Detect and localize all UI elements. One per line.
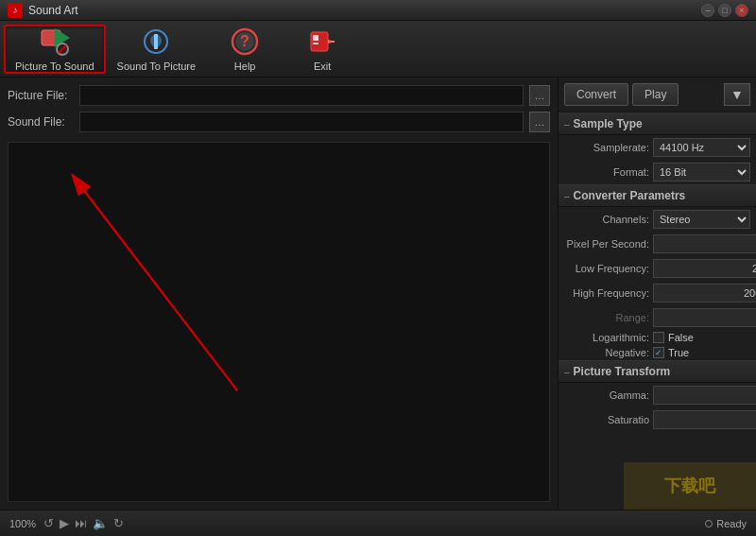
picture-to-sound-label: Picture To Sound [15, 61, 94, 72]
svg-rect-10 [313, 35, 318, 41]
negative-checkbox[interactable] [653, 347, 664, 358]
sound-to-picture-label: Sound To Picture [117, 61, 197, 72]
sample-type-collapse[interactable]: – [564, 119, 570, 130]
high-freq-label: High Frequency: [564, 287, 649, 299]
right-panel: Convert Play ▼ – Sample Type Samplerate:… [558, 78, 756, 510]
zoom-level: 100% [9, 518, 36, 529]
saturation-input[interactable] [653, 410, 756, 429]
low-freq-row: Low Frequency: ▲ ▼ [558, 256, 756, 281]
svg-line-3 [59, 45, 66, 53]
play-button[interactable]: Play [632, 83, 679, 106]
left-panel: Picture File: … Sound File: … [0, 78, 558, 510]
main-content: Picture File: … Sound File: … [0, 78, 756, 510]
close-button[interactable]: × [735, 4, 748, 17]
sound-file-label: Sound File: [8, 115, 74, 129]
sound-file-row: Sound File: … [8, 112, 550, 132]
arrow-annotation-svg [9, 143, 549, 501]
pps-row: Pixel Per Second: ▲ ▼ [558, 232, 756, 256]
sound-file-browse[interactable]: … [529, 112, 550, 132]
app-icon: ♪ [8, 3, 23, 18]
play-icon[interactable]: ▶ [60, 516, 69, 530]
picture-file-browse[interactable]: … [529, 85, 550, 106]
toolbar-help[interactable]: ? Help [207, 25, 283, 74]
preview-area [8, 142, 550, 502]
channels-select[interactable]: Stereo Mono [653, 210, 750, 229]
low-freq-label: Low Frequency: [564, 263, 649, 274]
picture-file-input[interactable] [79, 85, 524, 106]
minimize-button[interactable]: – [701, 4, 714, 17]
title-text: Sound Art [28, 4, 701, 17]
converter-params-section-header: – Converter Parametrs [558, 184, 756, 207]
toolbar-picture-to-sound[interactable]: Picture To Sound [4, 25, 106, 74]
svg-rect-13 [330, 41, 335, 43]
svg-line-15 [72, 175, 237, 390]
gamma-input[interactable] [653, 386, 756, 405]
sound-to-picture-icon [141, 26, 171, 57]
high-freq-control: ▲ ▼ [653, 284, 756, 303]
format-label: Format: [564, 166, 649, 178]
converter-params-title: Converter Parametrs [574, 189, 686, 202]
pps-input[interactable] [653, 234, 756, 253]
format-select[interactable]: 16 Bit 8 Bit 32 Bit [653, 163, 750, 182]
range-control: ▲ ▼ [653, 308, 756, 327]
channels-control: Stereo Mono [653, 210, 750, 229]
saturation-row: Saturatio ▲ ▼ [558, 407, 756, 432]
sound-file-input[interactable] [79, 112, 524, 132]
gamma-control: ▲ ▼ [653, 386, 756, 405]
help-icon: ? [230, 26, 260, 57]
svg-rect-11 [313, 43, 318, 44]
exit-label: Exit [314, 61, 331, 72]
skip-icon[interactable]: ⏭ [75, 516, 87, 530]
status-indicator [705, 520, 713, 527]
toolbar: Picture To Sound Sound To Picture ? Help [0, 21, 756, 78]
gamma-row: Gamma: ▲ ▼ [558, 383, 756, 407]
picture-file-row: Picture File: … [8, 85, 550, 106]
high-freq-row: High Frequency: ▲ ▼ [558, 281, 756, 305]
help-label: Help [234, 61, 256, 72]
toolbar-sound-to-picture[interactable]: Sound To Picture [108, 25, 206, 74]
format-row: Format: 16 Bit 8 Bit 32 Bit [558, 160, 756, 184]
picture-transform-title: Picture Transform [574, 365, 671, 378]
status-bar: 100% ↺ ▶ ⏭ 🔈 ↻ Ready [0, 510, 756, 536]
svg-text:?: ? [240, 33, 249, 49]
picture-to-sound-icon [40, 26, 70, 57]
format-control: 16 Bit 8 Bit 32 Bit [653, 163, 750, 182]
picture-transform-collapse[interactable]: – [564, 367, 570, 377]
maximize-button[interactable]: □ [718, 4, 731, 17]
svg-rect-5 [154, 34, 158, 49]
samplerate-select[interactable]: 44100 Hz 22050 Hz 48000 Hz [653, 138, 750, 157]
converter-params-collapse[interactable]: – [564, 191, 570, 201]
low-freq-input[interactable] [653, 259, 756, 278]
pps-label: Pixel Per Second: [564, 238, 649, 250]
logarithmic-value: False [653, 332, 694, 343]
reset-icon[interactable]: ↺ [43, 516, 54, 530]
range-input[interactable] [653, 308, 756, 327]
settings-dropdown-button[interactable]: ▼ [724, 83, 750, 106]
channels-label: Channels: [564, 214, 649, 225]
logarithmic-row: Logarithmic: False [558, 330, 756, 345]
loop-icon[interactable]: ↻ [113, 516, 124, 530]
status-icons: ↺ ▶ ⏭ 🔈 ↻ [43, 516, 124, 530]
convert-bar: Convert Play ▼ [558, 78, 756, 112]
exit-icon [307, 26, 337, 57]
picture-transform-section-header: – Picture Transform [558, 360, 756, 383]
saturation-control: ▲ ▼ [653, 410, 756, 429]
channels-row: Channels: Stereo Mono [558, 207, 756, 232]
sample-type-section-header: – Sample Type [558, 112, 756, 135]
high-freq-input[interactable] [653, 284, 756, 303]
range-row: Range: ▲ ▼ [558, 305, 756, 330]
logarithmic-text: False [668, 332, 694, 343]
negative-row: Negative: True [558, 345, 756, 360]
window-controls: – □ × [701, 4, 748, 17]
volume-icon[interactable]: 🔈 [93, 516, 108, 530]
logarithmic-label: Logarithmic: [564, 332, 649, 343]
status-ready-area: Ready [705, 518, 747, 529]
logarithmic-checkbox[interactable] [653, 332, 664, 343]
negative-label: Negative: [564, 347, 649, 358]
status-text: Ready [716, 518, 747, 529]
convert-button[interactable]: Convert [564, 83, 628, 106]
toolbar-exit[interactable]: Exit [284, 25, 360, 74]
low-freq-control: ▲ ▼ [653, 259, 756, 278]
sample-type-title: Sample Type [574, 117, 643, 130]
samplerate-label: Samplerate: [564, 142, 649, 153]
